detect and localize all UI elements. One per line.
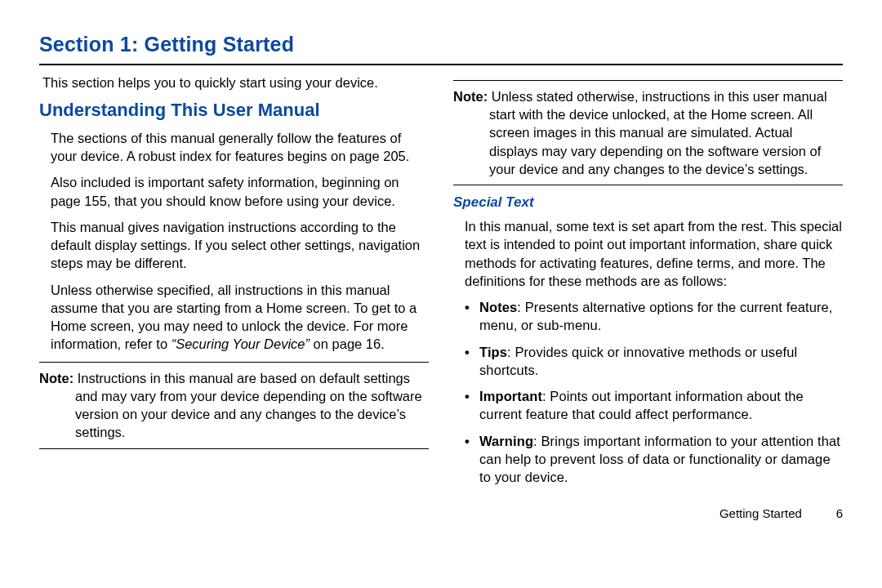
note-divider-bottom-right — [453, 185, 843, 185]
note-home-screen: Note: Unless stated otherwise, instructi… — [453, 87, 843, 178]
note-divider-top-left — [39, 362, 429, 363]
note-label-2: Note: — [453, 89, 488, 104]
note-text-first-line: Instructions in this manual are based on… — [78, 371, 410, 385]
section-title: Section 1: Getting Started — [39, 31, 843, 59]
bullet-text-warning: : Brings important information to your a… — [479, 434, 840, 485]
special-text-intro: In this manual, some text is set apart f… — [465, 217, 843, 290]
note-divider-top-right — [453, 80, 843, 81]
left-column: This section helps you to quickly start … — [39, 74, 429, 495]
note-default-settings: Note: Instructions in this manual are ba… — [39, 369, 429, 442]
two-column-layout: This section helps you to quickly start … — [39, 74, 843, 495]
bullet-label-tips: Tips — [479, 345, 507, 359]
securing-your-device-ref: “Securing Your Device” — [172, 336, 310, 351]
bullet-text-notes: : Presents alternative options for the c… — [479, 300, 832, 332]
right-column: Note: Unless stated otherwise, instructi… — [453, 74, 843, 495]
bullet-text-tips: : Provides quick or innovative methods o… — [479, 345, 797, 377]
para-2: Also included is important safety inform… — [51, 173, 429, 210]
understanding-heading: Understanding This User Manual — [39, 98, 429, 122]
intro-paragraph: This section helps you to quickly start … — [42, 74, 429, 91]
para-3: This manual gives navigation instruction… — [51, 218, 429, 273]
list-item: Warning: Brings important information to… — [465, 432, 843, 487]
page-footer: Getting Started 6 — [39, 506, 843, 522]
title-underline — [39, 64, 843, 65]
bullet-label-notes: Notes — [479, 300, 517, 314]
special-text-heading: Special Text — [453, 194, 843, 212]
note-text-rest: and may vary from your device depending … — [75, 387, 429, 442]
para-1: The sections of this manual generally fo… — [51, 129, 429, 166]
list-item: Important: Points out important informat… — [465, 387, 843, 424]
note-divider-bottom-left — [39, 448, 429, 449]
para-4: Unless otherwise specified, all instruct… — [51, 281, 429, 354]
footer-page-number: 6 — [820, 506, 843, 522]
note2-text-first-line: Unless stated otherwise, instructions in… — [492, 89, 827, 104]
bullet-label-important: Important — [479, 389, 542, 403]
para-4-b: on page 16. — [310, 336, 385, 351]
footer-section-name: Getting Started — [719, 506, 802, 520]
note-label: Note: — [39, 371, 74, 385]
bullet-label-warning: Warning — [479, 434, 533, 448]
note2-text-rest: start with the device unlocked, at the H… — [489, 105, 843, 178]
list-item: Tips: Provides quick or innovative metho… — [465, 343, 843, 380]
list-item: Notes: Presents alternative options for … — [465, 298, 843, 335]
special-text-list: Notes: Presents alternative options for … — [465, 298, 843, 486]
